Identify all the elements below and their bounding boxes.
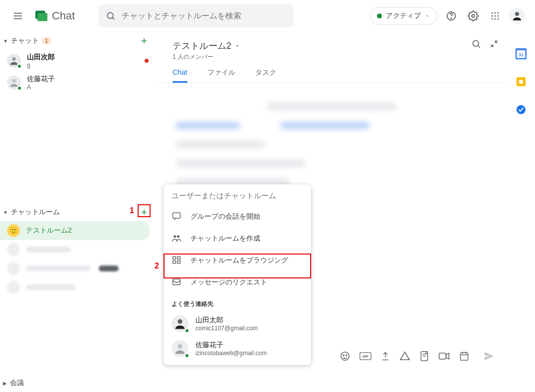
tasks-app-icon[interactable] — [511, 100, 531, 120]
svg-line-27 — [478, 46, 480, 48]
collapse-icon[interactable] — [489, 39, 499, 49]
chevron-down-icon — [425, 13, 430, 18]
video-icon[interactable] — [438, 352, 450, 361]
menu-label: グループの会話を開始 — [190, 212, 260, 221]
app-name: Chat — [52, 9, 75, 22]
dm-snippet: A — [27, 84, 55, 91]
tab-files[interactable]: ファイル — [207, 68, 235, 83]
dm-item[interactable]: 佐藤花子 A — [0, 72, 156, 94]
room-item[interactable]: 🙂 テストルーム2 — [0, 221, 150, 240]
dm-item[interactable]: 山田次郎 g — [0, 50, 156, 72]
document-icon[interactable] — [419, 351, 429, 362]
add-chat-button[interactable] — [138, 34, 151, 47]
inbox-icon — [172, 277, 181, 287]
section-header-chat[interactable]: ▼ チャット 1 — [0, 32, 156, 50]
svg-point-11 — [495, 12, 496, 14]
popup-search[interactable] — [164, 184, 311, 205]
svg-line-6 — [113, 18, 115, 20]
send-icon[interactable] — [483, 350, 495, 362]
svg-rect-54 — [173, 279, 180, 285]
svg-point-18 — [498, 18, 499, 20]
presence-dot-icon — [17, 64, 22, 69]
svg-point-23 — [12, 79, 15, 83]
emoji-icon[interactable] — [340, 351, 351, 362]
svg-point-9 — [472, 14, 475, 17]
search-box[interactable] — [99, 4, 293, 27]
keep-app-icon[interactable] — [511, 72, 531, 92]
section-title-chat: チャット — [11, 36, 39, 45]
svg-point-13 — [492, 15, 493, 17]
svg-rect-43 — [461, 353, 468, 360]
svg-rect-52 — [178, 257, 180, 259]
gif-icon[interactable]: GIF — [359, 352, 371, 361]
presence-dot-icon — [184, 353, 189, 358]
menu-message-requests[interactable]: メッセージのリクエスト — [164, 271, 311, 293]
status-label: アクティブ — [386, 11, 421, 20]
app-logo: Chat — [34, 8, 75, 23]
room-name: テストルーム2 — [26, 226, 72, 235]
svg-point-22 — [12, 57, 15, 61]
status-selector[interactable]: アクティブ — [369, 7, 437, 25]
search-icon — [106, 11, 116, 21]
popup-search-input[interactable] — [172, 191, 303, 200]
room-item-blurred — [0, 259, 156, 278]
search-in-room-icon[interactable] — [471, 39, 481, 49]
calendar-app-icon[interactable]: 31 — [511, 44, 531, 64]
menu-start-group[interactable]: グループの会話を開始 — [164, 205, 311, 227]
collapse-triangle-icon: ▼ — [3, 38, 8, 44]
svg-point-10 — [492, 12, 493, 14]
section-title-rooms: チャットルーム — [11, 208, 60, 217]
contact-item[interactable]: 佐藤花子 izincotobaweb@gmail.com — [164, 336, 311, 361]
presence-dot-icon — [184, 328, 189, 333]
svg-point-48 — [174, 235, 176, 238]
menu-icon[interactable] — [8, 6, 28, 26]
collapse-triangle-icon: ▼ — [3, 210, 8, 215]
drive-icon[interactable] — [399, 351, 410, 361]
contact-item[interactable]: 山田太郎 comic1107@gmail.com — [164, 311, 311, 336]
svg-rect-53 — [178, 261, 180, 263]
chevron-down-icon[interactable] — [234, 43, 240, 49]
apps-grid-icon[interactable] — [485, 6, 505, 26]
help-icon[interactable] — [441, 6, 461, 26]
menu-label: チャットルームを作成 — [190, 234, 260, 243]
dm-snippet: g — [27, 62, 55, 69]
menu-label: チャットルームをブラウジング — [190, 256, 288, 265]
menu-browse-rooms[interactable]: チャットルームをブラウジング — [164, 249, 311, 271]
svg-rect-32 — [519, 80, 523, 84]
settings-icon[interactable] — [463, 6, 483, 26]
svg-point-26 — [473, 40, 479, 46]
contact-email: izincotobaweb@gmail.com — [195, 350, 267, 357]
search-input[interactable] — [122, 11, 286, 20]
unread-badge: 1 — [42, 37, 51, 44]
svg-point-36 — [346, 355, 347, 356]
section-header-meet[interactable]: ▶ 会議 — [0, 374, 156, 392]
side-rail: 31 — [507, 32, 535, 392]
annotation-number-1: 1 — [130, 206, 134, 215]
room-tabs: Chat ファイル タスク — [156, 61, 507, 83]
svg-point-56 — [178, 344, 182, 349]
tab-tasks[interactable]: タスク — [255, 68, 276, 83]
svg-rect-47 — [173, 213, 180, 218]
svg-rect-51 — [173, 261, 176, 263]
header-bar: Chat アクティブ — [0, 0, 535, 32]
upload-icon[interactable] — [380, 351, 390, 361]
calendar-icon[interactable] — [459, 351, 469, 362]
person-icon — [511, 10, 523, 22]
svg-rect-4 — [38, 13, 48, 21]
menu-create-room[interactable]: チャットルームを作成 — [164, 227, 311, 249]
account-avatar[interactable] — [507, 6, 527, 26]
svg-point-55 — [178, 319, 182, 324]
tab-chat[interactable]: Chat — [173, 68, 187, 83]
svg-point-15 — [498, 15, 499, 17]
annotation-number-2: 2 — [155, 261, 159, 270]
svg-point-33 — [517, 105, 526, 114]
avatar — [7, 76, 21, 90]
add-room-button[interactable] — [138, 206, 151, 219]
dm-name: 佐藤花子 — [27, 75, 55, 84]
room-item-blurred — [0, 278, 156, 297]
notification-dot-icon — [145, 59, 149, 63]
svg-point-17 — [495, 18, 496, 20]
svg-rect-42 — [439, 353, 446, 359]
menu-label: メッセージのリクエスト — [190, 277, 267, 287]
svg-point-49 — [177, 235, 179, 238]
